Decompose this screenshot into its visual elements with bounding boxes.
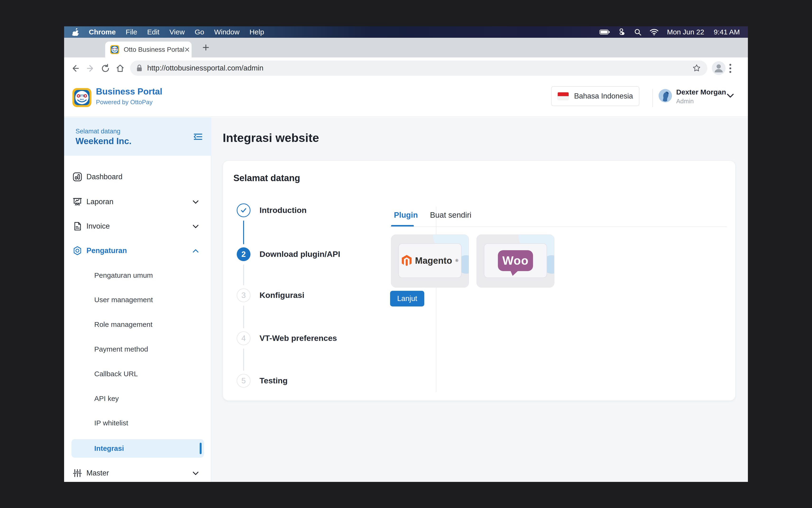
chevron-down-icon	[192, 198, 199, 206]
menubar-item-help[interactable]: Help	[250, 28, 264, 36]
magento-wordmark: Magento	[415, 256, 452, 266]
step-label: Konfigurasi	[259, 291, 304, 300]
chrome-toolbar: http://ottobusinessportal.com/admin	[64, 57, 748, 79]
back-icon[interactable]	[70, 64, 80, 74]
control-center-icon[interactable]	[618, 29, 626, 36]
step-label: Testing	[259, 376, 288, 385]
page-title: Integrasi website	[223, 131, 319, 145]
subitem-label: Integrasi	[94, 444, 124, 453]
tab-plugin[interactable]: Plugin	[394, 211, 418, 220]
menubar-clock[interactable]: 9:41 AM	[714, 28, 740, 36]
svg-text:PAY: PAY	[80, 98, 84, 101]
active-indicator-bar	[200, 443, 202, 454]
chevron-down-icon	[192, 469, 199, 477]
invoice-icon	[73, 221, 82, 231]
app-header: OTTOPAY Business Portal Powered by OttoP…	[64, 79, 748, 117]
sidebar-subitem-api-key[interactable]: API key	[94, 391, 119, 406]
step-konfigurasi: 3	[237, 288, 251, 302]
user-menu-chevron-down-icon[interactable]	[726, 93, 735, 99]
menubar-item-edit[interactable]: Edit	[147, 28, 160, 36]
wifi-icon[interactable]	[650, 29, 658, 35]
step-label: Download plugin/API	[259, 250, 340, 259]
sidebar-subitem-ip-whitelist[interactable]: IP whitelist	[94, 415, 128, 431]
step-testing: 5	[237, 374, 251, 388]
profile-icon[interactable]	[712, 61, 726, 76]
indonesia-flag-icon	[557, 92, 569, 100]
step-connector	[243, 305, 244, 328]
magento-mark-icon	[402, 255, 412, 266]
sidebar-subitem-callback-url[interactable]: Callback URL	[94, 366, 138, 381]
plugin-card-magento[interactable]: Magento ®	[391, 235, 469, 288]
sidebar-item-laporan[interactable]: Laporan	[73, 193, 203, 210]
menubar-item-file[interactable]: File	[126, 28, 137, 36]
user-avatar[interactable]	[658, 89, 672, 102]
reload-icon[interactable]	[101, 64, 110, 74]
sidebar-welcome-panel: Selamat datang Weekend Inc.	[64, 117, 211, 156]
step-number: 4	[242, 334, 246, 343]
brand-title: Business Portal	[96, 87, 162, 97]
dashboard-icon	[73, 172, 82, 182]
menubar-item-go[interactable]: Go	[195, 28, 204, 36]
url-bar[interactable]: http://ottobusinessportal.com/admin	[130, 60, 707, 76]
sidebar-item-label: Master	[86, 469, 109, 477]
subitem-label: Callback URL	[94, 370, 138, 378]
sidebar-item-label: Dashboard	[86, 173, 123, 181]
sidebar-subitem-user-management[interactable]: User management	[94, 292, 153, 307]
menubar-item-window[interactable]: Window	[214, 28, 240, 36]
menubar-date[interactable]: Mon Jun 22	[667, 28, 704, 36]
sidebar-subitem-payment-method[interactable]: Payment method	[94, 342, 148, 357]
subitem-label: API key	[94, 394, 119, 403]
tab-close-icon[interactable]	[184, 47, 190, 52]
menu-dots-icon[interactable]	[729, 63, 732, 75]
language-label: Bahasa Indonesia	[574, 92, 633, 100]
registered-mark: ®	[455, 258, 458, 263]
tab-title: Otto Business Portal	[124, 46, 184, 53]
plugin-card-woocommerce[interactable]: Woo	[476, 235, 554, 288]
search-icon[interactable]	[634, 29, 641, 36]
integration-wizard-card: Selamat datang Introduction 2 Download p…	[223, 161, 735, 401]
laporan-icon	[73, 197, 82, 207]
continue-button[interactable]: Lanjut	[390, 291, 424, 306]
sidebar-item-label: Laporan	[86, 198, 114, 206]
sidebar-subitem-integrasi-active[interactable]: Integrasi	[72, 439, 204, 458]
home-icon[interactable]	[115, 64, 125, 74]
new-tab-button[interactable]	[202, 43, 210, 52]
step-connector	[243, 220, 244, 244]
master-icon	[73, 468, 82, 478]
company-name: Weekend Inc.	[76, 136, 132, 146]
apple-icon[interactable]	[72, 28, 79, 36]
url-text: http://ottobusinessportal.com/admin	[147, 64, 263, 72]
tab-buat-sendiri[interactable]: Buat sendiri	[430, 211, 471, 220]
pengaturan-icon	[73, 246, 82, 255]
step-label: Introduction	[259, 206, 306, 215]
tab-favicon: OTTO	[110, 45, 119, 54]
sidebar-item-invoice[interactable]: Invoice	[73, 218, 203, 235]
subitem-label: IP whitelist	[94, 419, 128, 427]
welcome-label: Selamat datang	[76, 128, 120, 135]
menubar-app-name[interactable]: Chrome	[89, 28, 116, 36]
forward-icon[interactable]	[86, 64, 95, 74]
lock-icon[interactable]	[136, 64, 142, 72]
sidebar: Selamat datang Weekend Inc. Dashboard La…	[64, 117, 211, 482]
sidebar-item-dashboard[interactable]: Dashboard	[73, 168, 203, 185]
user-role: Admin	[676, 97, 694, 105]
browser-tab[interactable]: OTTO Otto Business Portal	[105, 42, 191, 57]
sidebar-subitem-pengaturan-umum[interactable]: Pengaturan umum	[94, 268, 153, 283]
collapse-sidebar-icon[interactable]	[193, 132, 203, 142]
battery-icon[interactable]	[599, 29, 610, 35]
step-label: VT-Web preferences	[259, 334, 337, 343]
menubar-item-view[interactable]: View	[169, 28, 184, 36]
sidebar-subitem-role-management[interactable]: Role management	[94, 317, 153, 332]
magento-logo: Magento ®	[398, 243, 462, 278]
sidebar-item-pengaturan[interactable]: Pengaturan	[73, 242, 203, 259]
sidebar-item-label: Pengaturan	[86, 246, 127, 255]
language-selector[interactable]: Bahasa Indonesia	[551, 86, 639, 106]
star-icon[interactable]	[692, 64, 701, 73]
step-number: 3	[242, 291, 246, 300]
step-number: 5	[242, 376, 246, 385]
brand-subtitle: Powered by OttoPay	[96, 98, 153, 106]
chrome-tabstrip: OTTO Otto Business Portal	[64, 38, 748, 57]
chevron-up-icon	[192, 246, 199, 255]
step-vtweb-preferences: 4	[237, 331, 251, 345]
sidebar-item-master[interactable]: Master	[73, 465, 203, 482]
